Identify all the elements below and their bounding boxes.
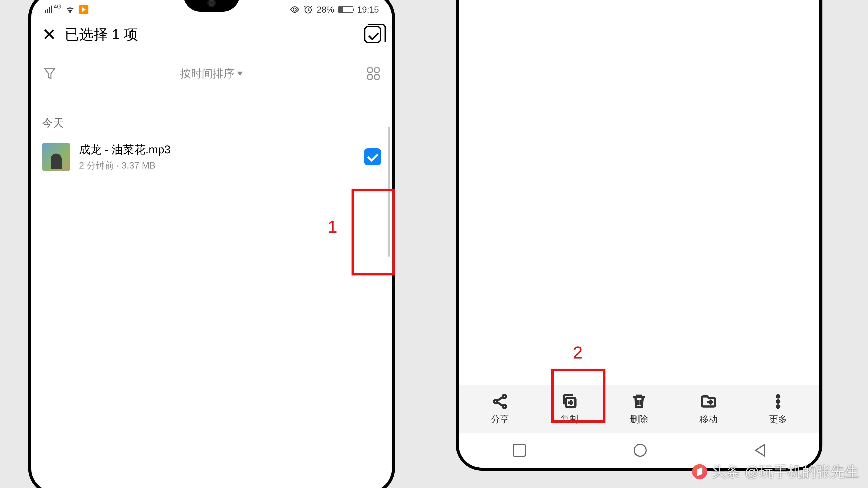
svg-point-7 bbox=[503, 405, 506, 408]
nav-back-icon[interactable] bbox=[754, 443, 765, 457]
eye-icon bbox=[290, 5, 300, 14]
nav-home-icon[interactable] bbox=[633, 444, 647, 457]
delete-label: 删除 bbox=[630, 413, 648, 425]
svg-point-5 bbox=[494, 400, 497, 403]
svg-rect-3 bbox=[368, 75, 372, 79]
share-button[interactable]: 分享 bbox=[482, 393, 519, 425]
svg-rect-4 bbox=[375, 75, 379, 79]
wifi-icon bbox=[65, 5, 75, 14]
battery-percent: 28% bbox=[317, 5, 334, 14]
share-label: 分享 bbox=[491, 413, 509, 425]
phone-right: 分享 复制 删除 移动 更多 bbox=[456, 0, 823, 470]
copy-button[interactable]: 复制 bbox=[551, 393, 588, 425]
file-name: 成龙 - 油菜花.mp3 bbox=[79, 142, 355, 157]
battery-icon bbox=[338, 6, 353, 13]
header-title: 已选择 1 项 bbox=[65, 25, 355, 44]
alarm-icon bbox=[303, 5, 313, 14]
svg-point-6 bbox=[503, 395, 506, 398]
svg-rect-1 bbox=[368, 68, 372, 72]
network-label: 4G bbox=[54, 3, 61, 10]
clock-time: 19:15 bbox=[357, 5, 379, 14]
more-label: 更多 bbox=[769, 413, 787, 425]
file-row[interactable]: 成龙 - 油菜花.mp3 2 分钟前 · 3.37 MB bbox=[31, 137, 392, 177]
phone-left: 4G 28% 19:15 ✕ 已选择 1 项 按时间排序 bbox=[28, 0, 395, 488]
file-meta: 2 分钟前 · 3.37 MB bbox=[79, 159, 355, 171]
selection-header: ✕ 已选择 1 项 bbox=[31, 16, 392, 48]
close-icon[interactable]: ✕ bbox=[42, 26, 56, 43]
grid-view-icon[interactable] bbox=[366, 66, 381, 81]
sort-row: 按时间排序 bbox=[31, 48, 392, 90]
filter-icon[interactable] bbox=[42, 66, 57, 81]
annotation-label-1: 1 bbox=[328, 217, 337, 237]
watermark-logo-icon bbox=[692, 464, 707, 479]
svg-point-10 bbox=[777, 400, 779, 403]
sort-dropdown[interactable]: 按时间排序 bbox=[180, 66, 243, 81]
scrollbar[interactable] bbox=[388, 127, 390, 257]
watermark-handle: @玩手机的张先生 bbox=[745, 462, 859, 482]
svg-point-9 bbox=[777, 395, 779, 397]
media-play-icon bbox=[79, 5, 88, 14]
move-button[interactable]: 移动 bbox=[690, 393, 727, 425]
bottom-toolbar: 分享 复制 删除 移动 更多 bbox=[459, 385, 819, 433]
file-info: 成龙 - 油菜花.mp3 2 分钟前 · 3.37 MB bbox=[79, 142, 355, 171]
more-button[interactable]: 更多 bbox=[760, 393, 797, 425]
sort-label-text: 按时间排序 bbox=[180, 66, 235, 81]
watermark-prefix: 头条 bbox=[712, 462, 740, 482]
copy-label: 复制 bbox=[560, 413, 579, 425]
select-all-button[interactable] bbox=[364, 26, 381, 43]
annotation-label-2: 2 bbox=[573, 343, 583, 363]
delete-button[interactable]: 删除 bbox=[621, 393, 657, 425]
move-label: 移动 bbox=[700, 413, 718, 425]
watermark: 头条 @玩手机的张先生 bbox=[692, 462, 859, 482]
svg-rect-2 bbox=[375, 68, 379, 72]
chevron-down-icon bbox=[237, 72, 243, 75]
network-signal-icon bbox=[44, 5, 54, 14]
file-checkbox[interactable] bbox=[364, 148, 381, 165]
svg-point-11 bbox=[777, 405, 779, 408]
section-today-label: 今天 bbox=[31, 90, 392, 137]
file-thumbnail bbox=[42, 143, 70, 171]
nav-recent-icon[interactable] bbox=[513, 444, 526, 457]
